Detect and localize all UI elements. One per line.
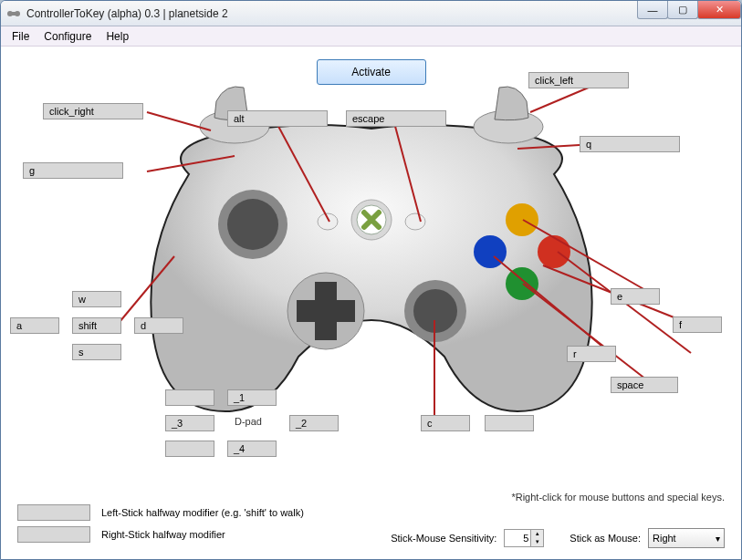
map-lb[interactable]: g	[23, 162, 123, 179]
map-dpad-up-blank[interactable]	[165, 389, 214, 406]
svg-point-10	[413, 289, 457, 333]
svg-point-13	[318, 213, 338, 230]
map-rs-extra[interactable]	[485, 415, 534, 431]
right-mod-label: Right-Stick halfway modifier	[101, 529, 225, 540]
sensitivity-label: Stick-Mouse Sensitivity:	[391, 533, 496, 544]
map-rs-click[interactable]: c	[421, 415, 470, 431]
map-dpad-up[interactable]: _1	[227, 389, 277, 406]
left-mod-input[interactable]	[17, 504, 90, 521]
bottom-bar: Left-Stick halfway modifier (e.g. 'shift…	[17, 504, 725, 548]
svg-point-7	[227, 199, 278, 250]
map-btn-a[interactable]: space	[611, 377, 678, 393]
svg-point-14	[405, 213, 425, 230]
map-dpad-left[interactable]: _3	[165, 415, 214, 431]
map-lt[interactable]: click_right	[43, 103, 143, 119]
app-window: ControllerToKey (alpha) 0.3 | planetside…	[0, 0, 742, 560]
dpad-label: D-pad	[235, 416, 262, 427]
map-rt[interactable]: click_left	[528, 72, 629, 88]
titlebar[interactable]: ControllerToKey (alpha) 0.3 | planetside…	[1, 1, 741, 26]
map-dpad-down[interactable]: _4	[227, 441, 277, 457]
menubar: File Configure Help	[1, 26, 741, 47]
content-area: Activate	[1, 47, 741, 557]
window-title: ControllerToKey (alpha) 0.3 | planetside…	[26, 7, 228, 20]
app-icon	[6, 6, 21, 21]
hint-label: *Right-click for mouse buttons and speci…	[511, 492, 725, 503]
map-ls-down[interactable]: s	[72, 344, 121, 360]
map-start[interactable]: escape	[346, 110, 446, 127]
svg-point-15	[474, 235, 507, 268]
spin-up-icon[interactable]: ▴	[530, 530, 543, 538]
map-ls-left[interactable]: a	[10, 317, 59, 334]
map-ls-right[interactable]: d	[134, 317, 183, 334]
activate-button[interactable]: Activate	[317, 59, 426, 85]
map-dpad-extra[interactable]	[165, 441, 214, 457]
map-ls-click[interactable]: shift	[72, 317, 121, 334]
map-back[interactable]: alt	[227, 110, 328, 127]
map-ls-up[interactable]: w	[72, 291, 121, 307]
map-dpad-right[interactable]: _2	[289, 415, 339, 431]
controller-image	[116, 83, 627, 430]
sensitivity-value: 5	[505, 533, 530, 544]
svg-rect-2	[11, 12, 16, 16]
maximize-button[interactable]: ▢	[667, 1, 698, 19]
stickmouse-label: Stick as Mouse:	[570, 533, 641, 544]
menu-help[interactable]: Help	[99, 28, 136, 45]
menu-file[interactable]: File	[5, 28, 37, 45]
map-btn-y[interactable]: e	[611, 288, 660, 305]
map-rb[interactable]: q	[580, 136, 680, 152]
svg-point-18	[506, 267, 538, 300]
spin-down-icon[interactable]: ▾	[530, 538, 543, 546]
map-btn-x[interactable]: r	[567, 346, 616, 362]
map-btn-b[interactable]: f	[673, 316, 722, 333]
window-controls: — ▢ ✕	[638, 1, 741, 19]
stickmouse-value: Right	[653, 533, 676, 544]
sensitivity-spinner[interactable]: 5 ▴▾	[504, 529, 544, 547]
minimize-button[interactable]: —	[637, 1, 668, 19]
stickmouse-combo[interactable]: Right	[648, 528, 725, 548]
left-mod-label: Left-Stick halfway modifier (e.g. 'shift…	[101, 507, 304, 518]
right-mod-input[interactable]	[17, 526, 90, 543]
svg-point-16	[506, 203, 538, 236]
svg-point-17	[538, 235, 570, 268]
close-button[interactable]: ✕	[697, 1, 741, 19]
menu-configure[interactable]: Configure	[37, 28, 99, 45]
